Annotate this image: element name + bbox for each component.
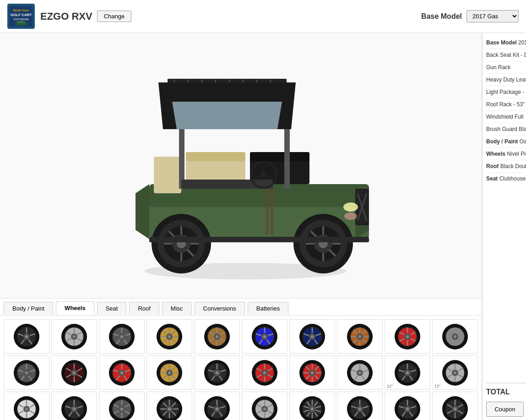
wheel-item[interactable]: 12" bbox=[385, 355, 430, 390]
wheel-item[interactable] bbox=[51, 355, 97, 390]
svg-rect-30 bbox=[250, 152, 309, 161]
wheel-item[interactable] bbox=[4, 319, 49, 354]
page-title: EZGO RXV bbox=[40, 11, 92, 22]
svg-text:EZGO: EZGO bbox=[213, 242, 234, 250]
option-row: Light Package - EZGO RXV× bbox=[486, 86, 526, 98]
svg-point-366 bbox=[311, 408, 314, 410]
header: Build Your GOLF CART SOFTWARE EZGO RXV C… bbox=[0, 0, 526, 33]
svg-marker-26 bbox=[136, 184, 149, 239]
tab-body-paint[interactable]: Body / Paint bbox=[4, 302, 53, 315]
option-row: Roof Rack - 53"× bbox=[486, 98, 526, 111]
option-row: Brush Guard Black× bbox=[486, 123, 526, 136]
wheel-item[interactable] bbox=[194, 355, 240, 390]
svg-text:Build Your: Build Your bbox=[13, 9, 29, 12]
wheel-item[interactable]: 12" bbox=[51, 392, 97, 420]
wheel-item[interactable] bbox=[242, 355, 287, 390]
wheel-item[interactable] bbox=[51, 319, 97, 354]
option-name: Windshield Full bbox=[486, 114, 526, 120]
svg-point-207 bbox=[120, 371, 123, 374]
options-list: Base Model 2017 Gas$7000Back Seat Kit - … bbox=[486, 37, 526, 381]
svg-point-397 bbox=[454, 408, 456, 410]
wheel-item[interactable]: 12" bbox=[99, 392, 145, 420]
svg-point-176 bbox=[454, 335, 456, 338]
total-label: TOTAL bbox=[486, 388, 510, 396]
wheel-size-label: 12" bbox=[387, 384, 393, 388]
option-row: Roof Black DoubleTake - Short× bbox=[486, 160, 526, 173]
svg-point-241 bbox=[263, 371, 266, 374]
coupon-button[interactable]: Coupon bbox=[486, 402, 524, 417]
svg-point-264 bbox=[358, 371, 361, 374]
wheel-item[interactable]: 12" bbox=[289, 392, 335, 420]
wheel-item[interactable] bbox=[337, 319, 383, 354]
cart-image: EZGO bbox=[108, 47, 374, 285]
svg-point-88 bbox=[73, 335, 76, 338]
wheel-item[interactable] bbox=[99, 319, 145, 354]
svg-point-122 bbox=[216, 335, 218, 338]
svg-rect-33 bbox=[284, 129, 290, 189]
svg-text:SOFTWARE: SOFTWARE bbox=[13, 18, 29, 21]
wheel-item[interactable] bbox=[432, 319, 478, 354]
wheel-item[interactable] bbox=[337, 355, 383, 390]
tabs-bar: Body / Paint Wheels Seat Roof Misc Conve… bbox=[0, 299, 482, 316]
base-model-area: Base Model 2017 Gas 2018 Gas 2017 Electr… bbox=[421, 10, 519, 22]
wheel-item[interactable]: 12" bbox=[242, 392, 287, 420]
option-row: Base Model 2017 Gas$7000 bbox=[486, 37, 526, 49]
wheel-item[interactable] bbox=[146, 319, 192, 354]
option-name: Back Seat Kit - DoubleTake Max 5 bbox=[486, 52, 526, 58]
svg-point-351 bbox=[263, 408, 266, 410]
svg-point-62 bbox=[343, 202, 358, 212]
tab-seat[interactable]: Seat bbox=[97, 302, 127, 315]
svg-point-386 bbox=[406, 408, 409, 410]
left-panel: EZGO Body / Paint Wheels Seat Roof Misc … bbox=[0, 33, 482, 420]
tab-misc[interactable]: Misc bbox=[162, 302, 192, 315]
svg-point-132 bbox=[263, 335, 266, 338]
wheel-item[interactable]: 12" bbox=[337, 392, 383, 420]
wheel-item[interactable] bbox=[99, 355, 145, 390]
option-name: Light Package - EZGO RXV bbox=[486, 89, 526, 95]
action-buttons: Coupon Reset Save bbox=[486, 399, 526, 420]
logo-image: Build Your GOLF CART SOFTWARE bbox=[7, 4, 35, 29]
wheel-item[interactable]: 12" bbox=[432, 355, 478, 390]
option-row: Seat Clubhouse SND/BLK DoubleTake× bbox=[486, 173, 526, 185]
wheel-item[interactable] bbox=[289, 319, 335, 354]
base-model-label: Base Model bbox=[421, 12, 462, 21]
wheel-item[interactable] bbox=[385, 319, 430, 354]
base-model-select[interactable]: 2017 Gas 2018 Gas 2017 Electric bbox=[466, 10, 519, 22]
svg-point-376 bbox=[358, 408, 361, 410]
svg-point-142 bbox=[311, 335, 314, 338]
svg-point-220 bbox=[168, 371, 171, 374]
wheel-item[interactable]: 12" bbox=[432, 392, 478, 420]
svg-point-285 bbox=[454, 371, 456, 374]
wheel-item[interactable] bbox=[4, 355, 49, 390]
option-row: Wheels Nivel Pioneer 14" - 6" Lifted× bbox=[486, 148, 526, 160]
wheel-item[interactable] bbox=[242, 319, 287, 354]
svg-point-274 bbox=[406, 371, 409, 374]
option-name: Roof Rack - 53" bbox=[486, 101, 526, 108]
right-panel: Base Model 2017 Gas$7000Back Seat Kit - … bbox=[482, 33, 526, 420]
tab-conversions[interactable]: Conversions bbox=[195, 302, 245, 315]
tab-batteries[interactable]: Batteries bbox=[248, 302, 288, 315]
wheel-item[interactable]: 12" bbox=[4, 392, 49, 420]
svg-point-197 bbox=[73, 371, 76, 374]
change-button[interactable]: Change bbox=[97, 11, 132, 22]
wheel-item[interactable]: 14" bbox=[385, 392, 430, 420]
svg-point-155 bbox=[358, 335, 361, 338]
wheel-item[interactable] bbox=[146, 355, 192, 390]
svg-text:GOLF CART: GOLF CART bbox=[11, 13, 32, 17]
svg-point-306 bbox=[73, 408, 76, 410]
svg-point-317 bbox=[120, 408, 123, 410]
svg-point-330 bbox=[168, 408, 171, 410]
option-name: Wheels Nivel Pioneer 14" - 6" Lifted bbox=[486, 151, 526, 157]
svg-rect-28 bbox=[186, 152, 245, 161]
wheel-item[interactable]: 12" bbox=[146, 392, 192, 420]
wheel-item[interactable] bbox=[194, 319, 240, 354]
option-row: Windshield Full× bbox=[486, 111, 526, 123]
svg-rect-64 bbox=[266, 189, 269, 235]
tab-wheels[interactable]: Wheels bbox=[56, 301, 94, 315]
wheel-item[interactable]: 12" bbox=[194, 392, 240, 420]
option-row: Gun Rack× bbox=[486, 61, 526, 74]
wheel-item[interactable] bbox=[289, 355, 335, 390]
option-name: Roof Black DoubleTake - Short bbox=[486, 163, 526, 169]
tab-roof[interactable]: Roof bbox=[129, 302, 159, 315]
option-row: Heavy Duty Leaf Springs× bbox=[486, 74, 526, 86]
